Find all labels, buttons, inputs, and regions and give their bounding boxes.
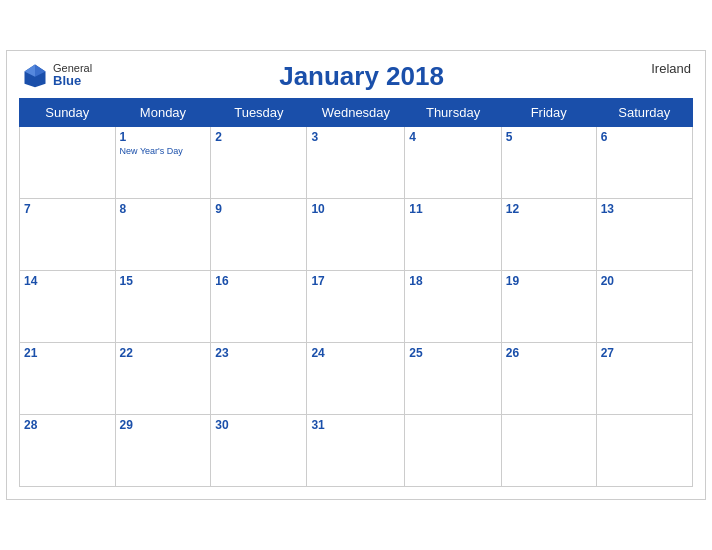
day-number-8: 8 — [120, 202, 207, 216]
calendar-cell-w1c5: 12 — [501, 199, 596, 271]
calendar-cell-w1c4: 11 — [405, 199, 502, 271]
generalblue-logo-icon — [21, 61, 49, 89]
day-number-2: 2 — [215, 130, 302, 144]
weekday-header-row: Sunday Monday Tuesday Wednesday Thursday… — [20, 99, 693, 127]
day-number-24: 24 — [311, 346, 400, 360]
day-number-14: 14 — [24, 274, 111, 288]
day-number-19: 19 — [506, 274, 592, 288]
calendar-cell-w2c3: 17 — [307, 271, 405, 343]
calendar-cell-w3c1: 22 — [115, 343, 211, 415]
day-number-16: 16 — [215, 274, 302, 288]
day-number-26: 26 — [506, 346, 592, 360]
calendar-cell-w4c3: 31 — [307, 415, 405, 487]
calendar-cell-w4c2: 30 — [211, 415, 307, 487]
calendar-cell-w4c1: 29 — [115, 415, 211, 487]
header-friday: Friday — [501, 99, 596, 127]
calendar-cell-w3c6: 27 — [596, 343, 692, 415]
calendar-cell-w2c2: 16 — [211, 271, 307, 343]
calendar-cell-w1c3: 10 — [307, 199, 405, 271]
day-number-23: 23 — [215, 346, 302, 360]
calendar-cell-w0c6: 6 — [596, 127, 692, 199]
day-number-29: 29 — [120, 418, 207, 432]
calendar-header: General Blue January 2018 Ireland — [19, 61, 693, 92]
day-number-21: 21 — [24, 346, 111, 360]
country-label: Ireland — [631, 61, 691, 76]
calendar-cell-w2c6: 20 — [596, 271, 692, 343]
calendar-cell-w0c4: 4 — [405, 127, 502, 199]
day-number-9: 9 — [215, 202, 302, 216]
day-number-27: 27 — [601, 346, 688, 360]
day-number-22: 22 — [120, 346, 207, 360]
calendar-cell-w2c4: 18 — [405, 271, 502, 343]
calendar-cell-w0c0 — [20, 127, 116, 199]
calendar-cell-w1c2: 9 — [211, 199, 307, 271]
day-number-6: 6 — [601, 130, 688, 144]
day-number-15: 15 — [120, 274, 207, 288]
calendar-cell-w3c4: 25 — [405, 343, 502, 415]
header-monday: Monday — [115, 99, 211, 127]
calendar-week-row-3: 21222324252627 — [20, 343, 693, 415]
calendar-cell-w4c6 — [596, 415, 692, 487]
calendar-week-row-0: 1New Year's Day23456 — [20, 127, 693, 199]
calendar-cell-w1c6: 13 — [596, 199, 692, 271]
calendar-cell-w2c0: 14 — [20, 271, 116, 343]
header-saturday: Saturday — [596, 99, 692, 127]
day-number-3: 3 — [311, 130, 400, 144]
day-number-30: 30 — [215, 418, 302, 432]
header-tuesday: Tuesday — [211, 99, 307, 127]
calendar-cell-w0c2: 2 — [211, 127, 307, 199]
holiday-label-1: New Year's Day — [120, 146, 207, 157]
day-number-1: 1 — [120, 130, 207, 144]
day-number-11: 11 — [409, 202, 497, 216]
calendar-cell-w0c5: 5 — [501, 127, 596, 199]
calendar-cell-w0c1: 1New Year's Day — [115, 127, 211, 199]
calendar-cell-w0c3: 3 — [307, 127, 405, 199]
logo-blue-text: Blue — [53, 74, 92, 88]
header-sunday: Sunday — [20, 99, 116, 127]
calendar-cell-w1c1: 8 — [115, 199, 211, 271]
day-number-18: 18 — [409, 274, 497, 288]
calendar-grid: Sunday Monday Tuesday Wednesday Thursday… — [19, 98, 693, 487]
day-number-28: 28 — [24, 418, 111, 432]
day-number-5: 5 — [506, 130, 592, 144]
day-number-7: 7 — [24, 202, 111, 216]
calendar-cell-w3c2: 23 — [211, 343, 307, 415]
calendar-week-row-1: 78910111213 — [20, 199, 693, 271]
calendar-cell-w3c3: 24 — [307, 343, 405, 415]
calendar-cell-w2c5: 19 — [501, 271, 596, 343]
calendar-container: General Blue January 2018 Ireland Sunday… — [6, 50, 706, 500]
calendar-body: 1New Year's Day2345678910111213141516171… — [20, 127, 693, 487]
calendar-title: January 2018 — [92, 61, 631, 92]
header-thursday: Thursday — [405, 99, 502, 127]
calendar-cell-w3c5: 26 — [501, 343, 596, 415]
calendar-cell-w4c4 — [405, 415, 502, 487]
day-number-10: 10 — [311, 202, 400, 216]
day-number-12: 12 — [506, 202, 592, 216]
calendar-cell-w1c0: 7 — [20, 199, 116, 271]
day-number-31: 31 — [311, 418, 400, 432]
logo-text: General Blue — [53, 62, 92, 88]
day-number-4: 4 — [409, 130, 497, 144]
calendar-week-row-4: 28293031 — [20, 415, 693, 487]
day-number-17: 17 — [311, 274, 400, 288]
day-number-13: 13 — [601, 202, 688, 216]
calendar-cell-w4c5 — [501, 415, 596, 487]
day-number-25: 25 — [409, 346, 497, 360]
calendar-cell-w3c0: 21 — [20, 343, 116, 415]
calendar-cell-w4c0: 28 — [20, 415, 116, 487]
calendar-cell-w2c1: 15 — [115, 271, 211, 343]
day-number-20: 20 — [601, 274, 688, 288]
logo-area: General Blue — [21, 61, 92, 89]
calendar-week-row-2: 14151617181920 — [20, 271, 693, 343]
header-wednesday: Wednesday — [307, 99, 405, 127]
